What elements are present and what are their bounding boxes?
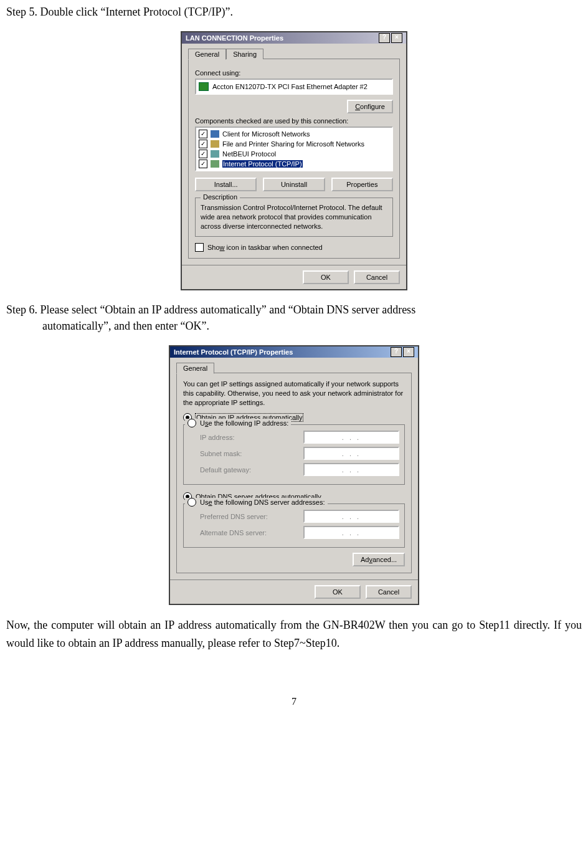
- components-listbox[interactable]: ✓Client for Microsoft Networks ✓File and…: [195, 126, 393, 171]
- lan-tabs: General Sharing: [188, 49, 400, 59]
- help-icon[interactable]: ?: [379, 33, 390, 43]
- preferred-dns-row: Preferred DNS server:. . .: [200, 510, 399, 523]
- network-adapter-icon: [199, 82, 209, 91]
- alternate-dns-input: . . .: [303, 526, 399, 539]
- description-title: Description: [201, 193, 240, 201]
- close-icon[interactable]: ×: [391, 33, 402, 43]
- protocol-icon: [211, 150, 219, 158]
- tab-general[interactable]: General: [176, 363, 214, 374]
- alternate-dns-row: Alternate DNS server:. . .: [200, 526, 399, 539]
- tcpip-info: You can get IP settings assigned automat…: [183, 379, 405, 408]
- close-icon[interactable]: ×: [403, 347, 414, 357]
- description-group: Description Transmission Control Protoco…: [195, 198, 393, 237]
- description-text: Transmission Control Protocol/Internet P…: [201, 203, 387, 231]
- advanced-button[interactable]: Advanced...: [353, 553, 405, 566]
- subnet-row: Subnet mask:. . .: [200, 447, 399, 460]
- radio-use-dns[interactable]: Use the following DNS server addresses:: [185, 498, 328, 507]
- show-icon-label: Show icon in taskbar when connected: [207, 244, 323, 251]
- checkbox-icon[interactable]: ✓: [199, 150, 207, 158]
- lan-title: LAN CONNECTION Properties: [186, 32, 283, 44]
- lan-titlebar: LAN CONNECTION Properties ? ×: [182, 32, 406, 44]
- tcpip-properties-dialog: Internet Protocol (TCP/IP) Properties ? …: [169, 345, 419, 606]
- cancel-button[interactable]: Cancel: [354, 270, 400, 284]
- list-item[interactable]: ✓Client for Microsoft Networks: [197, 129, 391, 139]
- ok-button[interactable]: OK: [303, 270, 349, 284]
- list-item[interactable]: ✓File and Printer Sharing for Microsoft …: [197, 139, 391, 149]
- uninstall-button[interactable]: Uninstall: [263, 178, 325, 191]
- tab-general[interactable]: General: [188, 49, 226, 60]
- components-label: Components checked are used by this conn…: [195, 117, 393, 125]
- step6-text: Step 6. Please select “Obtain an IP addr…: [6, 302, 582, 334]
- radio-use-ip[interactable]: Use the following IP address:: [185, 419, 291, 427]
- help-icon[interactable]: ?: [391, 347, 402, 357]
- ip-address-input: . . .: [303, 431, 399, 444]
- preferred-dns-input: . . .: [303, 510, 399, 523]
- service-icon: [211, 140, 219, 148]
- properties-button[interactable]: Properties: [331, 178, 393, 191]
- tab-sharing[interactable]: Sharing: [226, 49, 263, 59]
- subnet-input: . . .: [303, 447, 399, 460]
- list-item[interactable]: ✓NetBEUI Protocol: [197, 149, 391, 159]
- configure-button[interactable]: Configure: [347, 100, 393, 113]
- adapter-name: Accton EN1207D-TX PCI Fast Ethernet Adap…: [212, 83, 368, 90]
- radio-icon[interactable]: [187, 419, 196, 427]
- client-icon: [211, 130, 219, 138]
- ok-button[interactable]: OK: [315, 585, 361, 599]
- ip-address-row: IP address:. . .: [200, 431, 399, 444]
- tcpip-titlebar: Internet Protocol (TCP/IP) Properties ? …: [170, 346, 418, 358]
- checkbox-icon[interactable]: ✓: [199, 130, 207, 138]
- lan-properties-dialog: LAN CONNECTION Properties ? × General Sh…: [181, 31, 407, 290]
- install-button[interactable]: Install...: [195, 178, 257, 191]
- tcpip-tabs: General: [176, 363, 412, 373]
- checkbox-icon[interactable]: [195, 243, 204, 252]
- show-icon-checkbox[interactable]: Show icon in taskbar when connected: [195, 243, 393, 252]
- connect-using-label: Connect using:: [195, 69, 393, 77]
- step5-text: Step 5. Double click “Internet Protocol …: [6, 4, 582, 20]
- gateway-input: . . .: [303, 463, 399, 476]
- gateway-row: Default gateway:. . .: [200, 463, 399, 476]
- checkbox-icon[interactable]: ✓: [199, 160, 207, 168]
- cancel-button[interactable]: Cancel: [366, 585, 412, 599]
- checkbox-icon[interactable]: ✓: [199, 140, 207, 148]
- page-number: 7: [6, 696, 582, 707]
- footnote-text: Now, the computer will obtain an IP addr…: [6, 616, 582, 652]
- radio-icon[interactable]: [187, 498, 196, 507]
- list-item-selected[interactable]: ✓Internet Protocol (TCP/IP): [197, 159, 391, 169]
- adapter-field: Accton EN1207D-TX PCI Fast Ethernet Adap…: [195, 79, 393, 95]
- protocol-icon: [211, 160, 219, 168]
- tcpip-title: Internet Protocol (TCP/IP) Properties: [174, 346, 293, 358]
